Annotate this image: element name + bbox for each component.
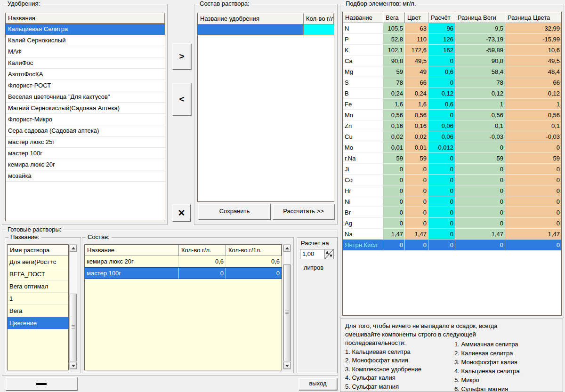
fertilizer-item[interactable]: Калий Сернокислый (6, 35, 165, 46)
solution-name-item[interactable]: Для веги(Рост+с (8, 256, 68, 268)
remove-solution-button[interactable] (6, 377, 77, 391)
element-cell: 0,16 (383, 120, 405, 131)
element-row[interactable]: Mn0,560,5600,560,56 (343, 110, 561, 120)
instruction-item: 3. Комплексное удобрение (345, 365, 454, 374)
element-cell: Zn (343, 120, 383, 131)
element-row[interactable]: N105,563969,5-32,99 (343, 23, 561, 34)
remove-from-solution-button[interactable]: < (172, 83, 191, 116)
element-row[interactable]: г.Na595905959 (343, 153, 561, 164)
element-cell: Mo (343, 142, 383, 153)
liters-input[interactable]: 1,00 (300, 249, 324, 259)
scroll-up-icon[interactable] (283, 245, 291, 252)
solution-row[interactable] (198, 24, 334, 35)
composition-row[interactable]: кемира люкс 20г0,60,6 (85, 256, 282, 267)
fertilizer-item[interactable]: мозайка (6, 170, 165, 182)
save-button[interactable]: Сохранить (198, 204, 271, 220)
composition-cell: 0 (226, 268, 282, 279)
spin-down-icon[interactable] (330, 255, 332, 257)
names-scrollbar[interactable] (69, 244, 77, 369)
composition-row[interactable]: мастер 100г00 (85, 267, 282, 279)
element-row[interactable]: Ca90,849,5090,849,5 (343, 56, 561, 66)
element-cell: 0 (455, 218, 505, 229)
element-row[interactable]: B0,240,240,120,120,12 (343, 88, 561, 99)
element-row[interactable]: P52,8110126-73,19-15,99 (343, 34, 561, 45)
scroll-down-icon[interactable] (283, 362, 291, 369)
element-row[interactable]: Mo0,010,010,01200 (343, 142, 561, 153)
add-to-solution-button[interactable]: > (172, 43, 191, 70)
element-cell: 0,01 (383, 142, 405, 153)
element-cell: 0 (383, 207, 405, 218)
scroll-down-icon[interactable] (70, 362, 77, 369)
solution-name-item[interactable]: Вега (8, 305, 68, 317)
element-cell: 0 (428, 175, 455, 185)
element-row[interactable]: Fe1,61,60,611 (343, 99, 561, 110)
solution-name-item[interactable]: 1 (8, 293, 68, 305)
element-row[interactable]: Ag00000 (343, 218, 561, 229)
fertilizer-item[interactable]: Кальциевая Селитра (6, 24, 165, 35)
element-cell: 126 (428, 34, 455, 45)
instruction-item: 2. Монофосфат калия (345, 356, 454, 365)
spin-up-icon[interactable] (326, 251, 329, 254)
composition-rows: кемира люкс 20г0,60,6мастер 100г00 (85, 256, 282, 279)
solution-composition-title: Состав: (86, 233, 112, 241)
element-cell: 0 (455, 164, 505, 175)
element-cell: 110 (405, 34, 428, 45)
fertilizer-item[interactable]: кемира люкс 20г (6, 159, 165, 170)
composition-scrollbar[interactable] (283, 244, 291, 369)
solution-name-item[interactable]: Цветение (8, 317, 68, 329)
element-row[interactable]: Zn0,160,160,060,10,1 (343, 120, 561, 131)
elements-table: Название Вега Цвет Расчёт Разница Веги Р… (342, 12, 562, 316)
element-row[interactable]: S786607866 (343, 77, 561, 88)
solution-group-title: Состав раствора: (198, 0, 251, 8)
element-row[interactable]: Cu0,020,020,06-0,03-0,03 (343, 131, 561, 142)
element-cell: -59,89 (455, 45, 505, 56)
element-cell: 1,6 (383, 99, 405, 110)
solution-name-item[interactable]: Вега оптимал (8, 280, 68, 293)
fertilizer-item[interactable]: Флорист-РОСТ (6, 80, 165, 91)
calc-panel: Расчет на 1,00 литров (297, 237, 338, 373)
element-row[interactable]: Ni00000 (343, 196, 561, 207)
scroll-up-icon[interactable] (70, 245, 77, 252)
element-cell: Ca (343, 56, 383, 66)
fertilizer-item[interactable]: Сера садовая (Садовая аптека) (6, 125, 165, 136)
fertilizer-item[interactable]: МАФ (6, 46, 165, 57)
calculate-button[interactable]: Рассчитать >> (273, 204, 334, 220)
names-scrollbar-thumb[interactable] (70, 294, 77, 361)
exit-button[interactable]: выход (299, 378, 337, 390)
delete-button[interactable]: ✕ (172, 204, 191, 222)
fertilizer-item[interactable]: Магний Сернокислый(Садовая Аптека) (6, 103, 165, 114)
element-row[interactable]: Co00000 (343, 175, 561, 185)
element-cell: 0,01 (405, 142, 428, 153)
instructions-left-heading: последовательности: (345, 339, 454, 348)
element-cell: 0 (383, 196, 405, 207)
fertilizer-item[interactable]: Веселая цветочница "Для кактусов" (6, 91, 165, 103)
composition-cell: 0,6 (226, 256, 282, 267)
fertilizer-item[interactable]: мастер 100г (6, 148, 165, 159)
element-row[interactable]: Na1,471,4701,471,47 (343, 229, 561, 240)
element-cell: 1 (505, 99, 561, 110)
element-row[interactable]: Hr00000 (343, 185, 561, 196)
element-row[interactable]: Br00000 (343, 207, 561, 218)
element-cell: 63 (405, 23, 428, 34)
element-row[interactable]: K102,1172,6162-59,8910,6 (343, 45, 561, 56)
element-row[interactable]: Ji00000 (343, 164, 561, 175)
element-cell: 0 (405, 207, 428, 218)
liters-spinner[interactable] (324, 249, 334, 259)
solution-name-item[interactable]: ВЕГА_ПОСТ (8, 268, 68, 280)
element-row[interactable]: Янтрн.Кисл00000 (343, 240, 561, 250)
fertilizer-item[interactable]: мастер люкс 25г (6, 136, 165, 148)
fertilizer-item[interactable]: КалиФос (6, 57, 165, 69)
element-cell: 0 (383, 164, 405, 175)
fertilizer-item[interactable]: АзотоФосКА (6, 69, 165, 80)
composition-scrollbar-thumb[interactable] (283, 264, 291, 361)
element-row[interactable]: Mg59490,658,448,4 (343, 66, 561, 77)
element-cell: Cu (343, 131, 383, 142)
element-cell: Br (343, 207, 383, 218)
calc-label: Расчет на (301, 240, 329, 247)
element-cell: 0,012 (428, 142, 455, 153)
element-cell: 52,8 (383, 34, 405, 45)
fertilizer-item[interactable]: Флорист-Микро (6, 114, 165, 125)
element-cell: 0 (428, 229, 455, 240)
element-cell: 0,06 (428, 131, 455, 142)
solution-names-group: Название: Имя раствора Для веги(Рост+сВЕ… (5, 237, 81, 373)
